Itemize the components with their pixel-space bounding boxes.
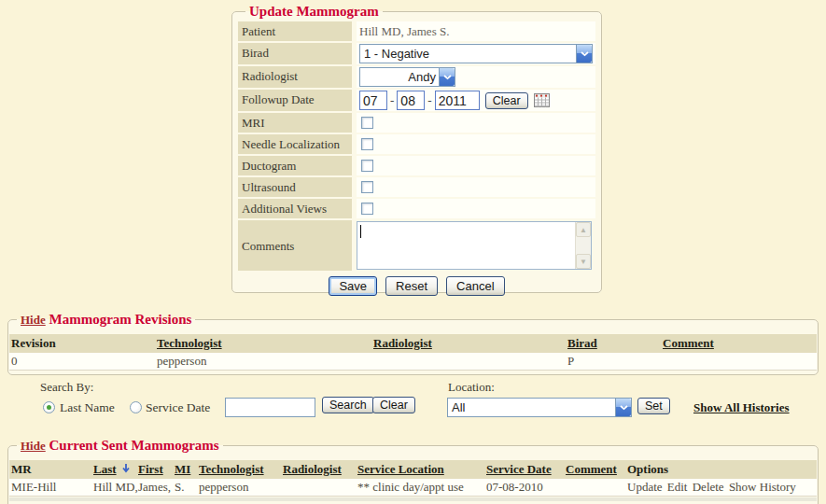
form-title: Update Mammogram bbox=[245, 4, 383, 20]
cancel-button[interactable]: Cancel bbox=[446, 276, 504, 296]
service-date-radio[interactable] bbox=[130, 401, 142, 413]
save-button[interactable]: Save bbox=[329, 276, 377, 296]
chevron-down-icon[interactable] bbox=[615, 399, 631, 416]
followup-date-label: Followup Date bbox=[238, 90, 352, 111]
mammogram-page: Update Mammogram Patient Hill MD, James … bbox=[0, 0, 826, 504]
followup-month-field[interactable] bbox=[359, 91, 387, 110]
column-mi[interactable]: MI bbox=[175, 462, 199, 477]
column-first[interactable]: First bbox=[138, 462, 175, 477]
birad-row: Birad 1 - Negative bbox=[238, 43, 595, 64]
column-radiologist[interactable]: Radiologist bbox=[373, 336, 567, 351]
column-technologist[interactable]: Technologist bbox=[157, 336, 373, 351]
ductogram-row: Ductogram bbox=[238, 156, 595, 175]
revision-table-row: 0 pepperson P bbox=[9, 353, 817, 371]
update-link[interactable]: Update bbox=[627, 480, 663, 494]
row-divider bbox=[9, 497, 817, 501]
technologist-value: pepperson bbox=[157, 354, 373, 369]
radiologist-selected-value: Andy bbox=[360, 70, 439, 84]
reset-button[interactable]: Reset bbox=[385, 276, 438, 296]
search-by-label: Search By: bbox=[40, 380, 93, 395]
date-separator: - bbox=[427, 93, 431, 108]
revisions-title: Mammogram Revisions bbox=[49, 312, 191, 327]
search-button[interactable]: Search bbox=[322, 397, 374, 413]
ultrasound-checkbox[interactable] bbox=[361, 181, 373, 193]
mri-label: MRI bbox=[238, 113, 352, 133]
column-last[interactable]: Last bbox=[93, 462, 138, 477]
comments-label: Comments bbox=[238, 220, 352, 271]
service-date-radio-label: Service Date bbox=[146, 400, 210, 415]
service-location-value: ** clinic day/appt use bbox=[357, 480, 486, 495]
patient-label: Patient bbox=[238, 21, 352, 41]
comments-textarea[interactable]: ▲ ▼ bbox=[357, 221, 592, 270]
comments-row: Comments ▲ ▼ bbox=[238, 220, 595, 271]
update-mammogram-form: Update Mammogram Patient Hill MD, James … bbox=[231, 4, 602, 293]
calendar-icon[interactable] bbox=[534, 93, 550, 107]
search-clear-button[interactable]: Clear bbox=[372, 397, 415, 413]
delete-link[interactable]: Delete bbox=[693, 480, 724, 494]
needle-localization-checkbox[interactable] bbox=[361, 138, 373, 150]
chevron-down-icon[interactable] bbox=[439, 68, 455, 86]
search-input[interactable] bbox=[225, 398, 315, 417]
current-sent-mammograms-section: Hide Current Sent Mammograms MR Last Fir… bbox=[7, 438, 819, 504]
additional-views-row: Additional Views bbox=[238, 199, 595, 218]
sent-header-row: MR Last First MI Technologist Radiologis… bbox=[9, 460, 817, 479]
location-select[interactable]: All bbox=[447, 398, 632, 417]
column-birad[interactable]: Birad bbox=[567, 336, 663, 351]
birad-value: P bbox=[567, 354, 663, 369]
edit-link[interactable]: Edit bbox=[667, 480, 688, 494]
last-name-radio[interactable] bbox=[43, 401, 55, 413]
mr-value: MIE-Hill bbox=[11, 480, 93, 495]
patient-row: Patient Hill MD, James S. bbox=[238, 21, 595, 41]
textarea-scrollbar[interactable]: ▲ ▼ bbox=[575, 222, 591, 269]
date-separator: - bbox=[390, 93, 394, 108]
hide-sent-link[interactable]: Hide bbox=[21, 439, 46, 453]
last-name-radio-label: Last Name bbox=[60, 400, 115, 415]
column-mr: MR bbox=[11, 462, 93, 477]
sent-title: Current Sent Mammograms bbox=[49, 438, 218, 453]
column-comment[interactable]: Comment bbox=[566, 462, 627, 477]
show-all-histories-link[interactable]: Show All Histories bbox=[693, 400, 790, 415]
patient-value: Hill MD, James S. bbox=[359, 24, 449, 39]
scroll-down-icon[interactable]: ▼ bbox=[576, 254, 591, 269]
sent-table-row: MIE-Hill Hill MD, James, S. pepperson **… bbox=[9, 479, 817, 497]
radiologist-select[interactable]: Andy bbox=[359, 67, 455, 87]
location-label: Location: bbox=[448, 380, 495, 395]
birad-label: Birad bbox=[238, 43, 352, 64]
hide-revisions-link[interactable]: Hide bbox=[21, 313, 46, 327]
birad-select[interactable]: 1 - Negative bbox=[359, 44, 593, 63]
text-caret bbox=[360, 225, 361, 238]
additional-views-checkbox[interactable] bbox=[361, 203, 373, 215]
ductogram-checkbox[interactable] bbox=[361, 160, 373, 172]
column-technologist[interactable]: Technologist bbox=[199, 462, 283, 477]
revision-value: 0 bbox=[11, 354, 157, 369]
column-options: Options bbox=[627, 462, 817, 477]
chevron-down-icon[interactable] bbox=[576, 45, 592, 63]
column-service-location[interactable]: Service Location bbox=[357, 462, 486, 477]
followup-year-field[interactable] bbox=[435, 91, 480, 110]
service-date-value: 07-08-2010 bbox=[486, 480, 566, 495]
scroll-up-icon[interactable]: ▲ bbox=[576, 222, 591, 237]
followup-date-row: Followup Date - - Clear bbox=[238, 90, 595, 111]
mi-value: S. bbox=[175, 480, 199, 495]
last-value: Hill MD, bbox=[93, 480, 138, 495]
options-cell: Update Edit Delete Show History bbox=[627, 480, 817, 495]
ultrasound-row: Ultrasound bbox=[238, 177, 595, 197]
mri-row: MRI bbox=[238, 113, 595, 133]
column-radiologist[interactable]: Radiologist bbox=[283, 462, 357, 477]
column-comment[interactable]: Comment bbox=[663, 336, 817, 351]
radiologist-row: Radiologist Andy bbox=[238, 66, 595, 88]
show-history-link[interactable]: Show History bbox=[729, 480, 796, 494]
followup-day-field[interactable] bbox=[397, 91, 425, 110]
set-location-button[interactable]: Set bbox=[637, 398, 670, 414]
radiologist-label: Radiologist bbox=[238, 66, 352, 88]
mri-checkbox[interactable] bbox=[361, 117, 373, 129]
location-selected-value: All bbox=[448, 400, 615, 414]
column-service-date[interactable]: Service Date bbox=[486, 462, 566, 477]
revisions-header-row: Revision Technologist Radiologist Birad … bbox=[9, 334, 817, 353]
clear-date-button[interactable]: Clear bbox=[485, 92, 528, 109]
additional-views-label: Additional Views bbox=[238, 199, 352, 218]
needle-localization-label: Needle Localization bbox=[238, 134, 352, 154]
sort-descending-icon bbox=[121, 462, 131, 477]
technologist-value: pepperson bbox=[199, 480, 283, 495]
ductogram-label: Ductogram bbox=[238, 156, 352, 175]
